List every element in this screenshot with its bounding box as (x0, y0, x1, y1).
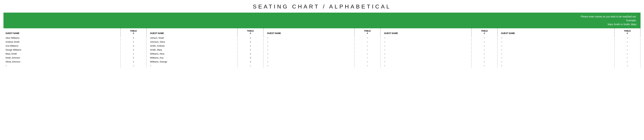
col3-row5-tablenum: # (354, 52, 380, 56)
col1-guest-header: GUEST NAME (4, 28, 120, 36)
col5-row1-tablenum: # (614, 36, 640, 40)
col2-row2-guest: Johnson, Oliva (146, 40, 238, 44)
info-banner: Please enter names as you wish to be rea… (4, 12, 640, 28)
col4-row3-guest: # (380, 44, 472, 48)
col3-row1-guest: # (264, 36, 354, 40)
col4-row1-tablenum: # (472, 36, 498, 40)
col2-row4-tablenum: 1 (238, 48, 264, 52)
table-row: Geoge Williams3Smith, Mary1###### (4, 48, 640, 52)
seating-table: GUEST NAME TABLE# GUEST NAME TABLE# GUES… (4, 28, 640, 68)
col3-row4-tablenum: # (354, 48, 380, 52)
col5-row5-tablenum: # (614, 52, 640, 56)
col2-row3-tablenum: 1 (238, 44, 264, 48)
col1-row4-guest: Geoge Williams (4, 48, 120, 52)
col4-row3-tablenum: # (472, 44, 498, 48)
col3-row5-guest: # (264, 52, 354, 56)
col4-row5-tablenum: # (472, 52, 498, 56)
table-row: Ava Williams3Smith, Andrew1###### (4, 44, 640, 48)
col4-row7-guest: # (380, 60, 472, 64)
page-title: SEATING CHART / ALPHABETICAL (4, 3, 640, 10)
col1-row8-tablenum: # (120, 64, 146, 68)
col3-row6-tablenum: # (354, 56, 380, 60)
col4-row8-tablenum: # (472, 64, 498, 68)
table-row: ########## (4, 64, 640, 68)
col4-row7-tablenum: # (472, 60, 498, 64)
col1-row4-tablenum: 3 (120, 48, 146, 52)
col1-table-header: TABLE# (120, 28, 146, 36)
col1-row2-guest: Andrew Smith (4, 40, 120, 44)
col2-row5-tablenum: 3 (238, 52, 264, 56)
col2-row8-guest: # (146, 64, 238, 68)
banner-line2: Example: (8, 18, 636, 22)
col1-row7-tablenum: 2 (120, 60, 146, 64)
col3-row3-guest: # (264, 44, 354, 48)
col3-row2-guest: # (264, 40, 354, 44)
col5-row6-tablenum: # (614, 56, 640, 60)
col4-row4-tablenum: # (472, 48, 498, 52)
col4-row4-guest: # (380, 48, 472, 52)
col4-row6-guest: # (380, 56, 472, 60)
col2-row3-guest: Smith, Andrew (146, 44, 238, 48)
col1-row1-tablenum: 3 (120, 36, 146, 40)
col4-row2-tablenum: # (472, 40, 498, 44)
col3-row3-tablenum: # (354, 44, 380, 48)
col5-row6-guest: # (498, 56, 614, 60)
col4-guest-header: GUEST NAME (380, 28, 472, 36)
col1-row7-guest: Olivia Johnson (4, 60, 120, 64)
col5-row3-guest: # (498, 44, 614, 48)
col2-row5-guest: Williams, Alice (146, 52, 238, 56)
table-row: Mary Smith1Williams, Alice3###### (4, 52, 640, 56)
banner-line3: Mary Smith or Smith, Mary (8, 22, 636, 26)
col3-row8-guest: # (264, 64, 354, 68)
col4-row6-tablenum: # (472, 56, 498, 60)
col3-row8-tablenum: # (354, 64, 380, 68)
col2-row6-tablenum: 3 (238, 56, 264, 60)
col2-row1-tablenum: 2 (238, 36, 264, 40)
col5-row1-guest: # (498, 36, 614, 40)
col2-guest-header: GUEST NAME (146, 28, 238, 36)
col1-row2-tablenum: 1 (120, 40, 146, 44)
col1-row3-guest: Ava Williams (4, 44, 120, 48)
col3-row4-guest: # (264, 48, 354, 52)
col4-row5-guest: # (380, 52, 472, 56)
col5-row4-guest: # (498, 48, 614, 52)
col1-row1-guest: Alice Williams (4, 36, 120, 40)
table-row: Alice Williams3Johson, Noah2###### (4, 36, 640, 40)
col2-row1-guest: Johson, Noah (146, 36, 238, 40)
col2-row4-guest: Smith, Mary (146, 48, 238, 52)
table-row: Andrew Smith1Johnson, Oliva2###### (4, 40, 640, 44)
col5-row7-guest: # (498, 60, 614, 64)
col3-row1-tablenum: # (354, 36, 380, 40)
col5-guest-header: GUEST NAME (498, 28, 614, 36)
col4-row1-guest: # (380, 36, 472, 40)
col5-row2-tablenum: # (614, 40, 640, 44)
banner-line1: Please enter names as you wish to be rea… (8, 15, 636, 18)
col1-row5-tablenum: 1 (120, 52, 146, 56)
table-header-row: GUEST NAME TABLE# GUEST NAME TABLE# GUES… (4, 28, 640, 36)
table-row: Olivia Johnson2Williams, George3###### (4, 60, 640, 64)
col3-row7-guest: # (264, 60, 354, 64)
col5-row8-guest: # (498, 64, 614, 68)
col5-row8-tablenum: # (614, 64, 640, 68)
col2-row8-tablenum: # (238, 64, 264, 68)
col1-row8-guest: # (4, 64, 120, 68)
col3-guest-header: GUEST NAME (264, 28, 354, 36)
col5-row7-tablenum: # (614, 60, 640, 64)
table-body: Alice Williams3Johson, Noah2######Andrew… (4, 36, 640, 68)
col2-table-header: TABLE# (238, 28, 264, 36)
col5-row4-tablenum: # (614, 48, 640, 52)
col2-row6-guest: Williams, Ava (146, 56, 238, 60)
col1-row6-guest: Noah Johnson (4, 56, 120, 60)
col4-row8-guest: # (380, 64, 472, 68)
col5-row5-guest: # (498, 52, 614, 56)
col1-row5-guest: Mary Smith (4, 52, 120, 56)
col3-row7-tablenum: # (354, 60, 380, 64)
col1-row3-tablenum: 3 (120, 44, 146, 48)
col4-table-header: TABLE# (472, 28, 498, 36)
col2-row7-tablenum: 3 (238, 60, 264, 64)
col2-row2-tablenum: 2 (238, 40, 264, 44)
col1-row6-tablenum: 2 (120, 56, 146, 60)
col5-row2-guest: # (498, 40, 614, 44)
col4-row2-guest: # (380, 40, 472, 44)
col5-row3-tablenum: # (614, 44, 640, 48)
